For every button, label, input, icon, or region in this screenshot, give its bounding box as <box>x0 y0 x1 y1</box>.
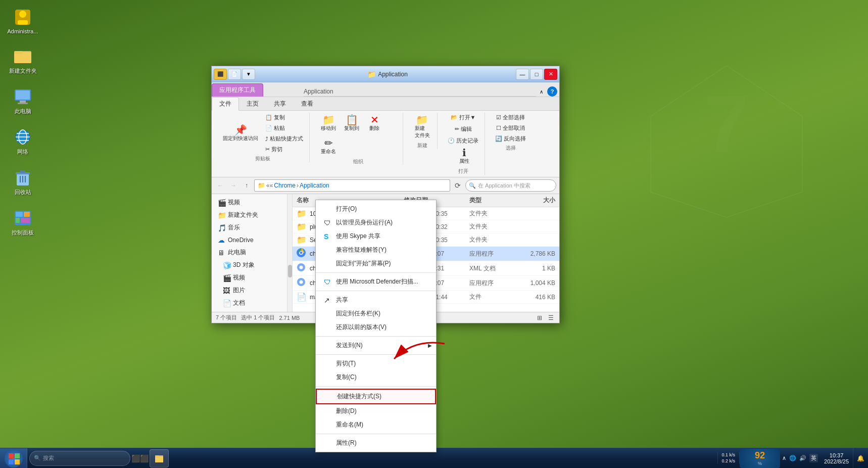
volume-tray-icon[interactable]: 🔊 <box>799 455 806 461</box>
this-pc-label: 此电脑 <box>15 108 31 115</box>
ctx-skype-icon: S <box>324 232 332 241</box>
taskbar-search[interactable]: 🔍 搜索 <box>29 451 130 466</box>
move-to-btn[interactable]: 📁 移动到 <box>318 113 339 134</box>
ctx-rename[interactable]: 重命名(M) <box>316 418 436 432</box>
header-size[interactable]: 大小 <box>520 196 555 205</box>
desktop-icon-network[interactable]: 网络 <box>5 125 40 158</box>
copy-btn[interactable]: 📋 复制 <box>263 113 305 122</box>
sidebar-item-videos1[interactable]: 🎬 视频 <box>212 196 292 209</box>
ctx-create-shortcut[interactable]: 创建快捷方式(S) <box>316 389 436 404</box>
sidebar-item-downloads[interactable]: ⬇ 下载 <box>212 309 292 312</box>
language-indicator[interactable]: 英 <box>809 454 818 462</box>
desktop-icon-new-folder[interactable]: 新建文件夹 <box>5 44 40 77</box>
sidebar-item-this-pc[interactable]: 🖥 此电脑 <box>212 246 292 259</box>
ctx-open[interactable]: 打开(O) <box>316 202 436 216</box>
organize-buttons: 📁 移动到 📋 复制到 ✕ 删除 ✏ 重命名 <box>318 113 399 157</box>
date-display: 2022/8/25 <box>824 458 849 464</box>
sidebar-item-documents[interactable]: 📄 文档 <box>212 297 292 309</box>
ctx-compat[interactable]: 兼容性疑难解答(Y) <box>316 243 436 257</box>
clock-area[interactable]: 10:37 2022/8/25 <box>820 452 853 464</box>
maximize-button[interactable]: □ <box>530 69 543 80</box>
ctx-delete[interactable]: 删除(D) <box>316 404 436 418</box>
sidebar-item-new-folder[interactable]: 📁 新建文件夹 <box>212 209 292 221</box>
paste-shortcut-icon: ⤴ <box>265 136 268 142</box>
svg-rect-18 <box>20 170 25 173</box>
new-folder-btn[interactable]: 📁 新建文件夹 <box>412 113 433 141</box>
ribbon-collapse-btn[interactable]: ∧ <box>536 86 546 97</box>
quick-access-btn-1[interactable]: ⬛ <box>214 69 227 80</box>
delete-btn[interactable]: ✕ 删除 <box>364 113 384 134</box>
task-view-button[interactable]: ⬛⬛ <box>132 451 148 466</box>
svg-rect-37 <box>9 459 14 464</box>
sidebar-item-onedrive[interactable]: ☁ OneDrive <box>212 234 292 246</box>
ctx-pin-taskbar[interactable]: 固定到任务栏(K) <box>316 307 436 320</box>
quick-access-btn-2[interactable]: 📄 <box>228 69 241 80</box>
view-toggle-buttons: ⊞ ☰ <box>535 313 555 322</box>
tab-share[interactable]: 共享 <box>266 97 294 110</box>
help-button[interactable]: ? <box>547 86 557 97</box>
path-chrome[interactable]: Chrome <box>274 182 296 189</box>
history-btn[interactable]: 🕐 历史记录 <box>446 136 480 146</box>
clipboard-group-label: 剪贴板 <box>255 155 270 162</box>
close-button[interactable]: ✕ <box>544 69 557 80</box>
up-button[interactable]: ↑ <box>241 180 252 191</box>
ctx-pin-start[interactable]: 固定到"开始"屏幕(P) <box>316 257 436 270</box>
pin-quick-access-btn[interactable]: 📌 固定到快速访问 <box>220 123 261 144</box>
sidebar-item-pictures[interactable]: 🖼 图片 <box>212 284 292 297</box>
properties-btn[interactable]: ℹ 属性 <box>454 146 474 167</box>
refresh-button[interactable]: ⟳ <box>452 180 463 191</box>
header-type[interactable]: 类型 <box>469 196 520 205</box>
select-all-btn[interactable]: ☑ 全部选择 <box>494 113 527 122</box>
svg-point-33 <box>300 280 303 284</box>
paste-btn[interactable]: 📄 粘贴 <box>263 123 305 133</box>
ctx-share[interactable]: ↗ 共享 <box>316 293 436 307</box>
copy-to-btn[interactable]: 📋 复制到 <box>341 113 362 134</box>
svg-point-31 <box>300 266 303 269</box>
desktop-icon-recycle-bin[interactable]: 回收站 <box>5 165 40 198</box>
ctx-defender[interactable]: 🛡 使用 Microsoft Defender扫描... <box>316 275 436 289</box>
quick-access-btn-3[interactable]: ▼ <box>242 69 255 80</box>
svg-rect-3 <box>18 20 28 25</box>
invert-select-btn[interactable]: 🔄 反向选择 <box>493 134 528 144</box>
tab-file[interactable]: 文件 <box>212 97 239 111</box>
desktop-icon-this-pc[interactable]: 此电脑 <box>5 84 40 117</box>
open-btn[interactable]: 📂 打开▼ <box>449 113 478 122</box>
ribbon-content: 📌 固定到快速访问 📋 复制 📄 粘贴 <box>212 111 559 177</box>
tab-manage[interactable]: 应用程序工具 <box>212 83 263 97</box>
start-button[interactable] <box>0 448 27 469</box>
hide-tray-btn[interactable]: ∧ <box>782 455 786 461</box>
ctx-properties[interactable]: 属性(R) <box>316 436 436 450</box>
ctx-skype[interactable]: S 使用 Skype 共享 <box>316 229 436 243</box>
paste-shortcut-btn[interactable]: ⤴ 粘贴快捷方式 <box>263 134 305 144</box>
tab-view[interactable]: 查看 <box>294 97 321 110</box>
back-button[interactable]: ← <box>215 180 226 191</box>
path-application[interactable]: Application <box>300 182 329 189</box>
sidebar-item-3d[interactable]: 🧊 3D 对象 <box>212 259 292 271</box>
desktop-icon-administrator[interactable]: Administra... <box>5 5 40 36</box>
taskbar-search-icon: 🔍 <box>34 455 41 461</box>
detail-view-btn[interactable]: ☰ <box>546 313 555 322</box>
search-box[interactable]: 🔍 在 Application 中搜索 <box>465 179 556 192</box>
selected-items: 选中 1 个项目 <box>241 314 275 321</box>
forward-button[interactable]: → <box>228 180 239 191</box>
list-view-btn[interactable]: ⊞ <box>535 313 544 322</box>
sidebar-item-videos2[interactable]: 🎬 视频 <box>212 271 292 284</box>
weather-widget[interactable]: 92 % <box>740 449 780 468</box>
edit-btn[interactable]: ✏ 编辑 <box>453 124 474 134</box>
desktop-icon-control-panel[interactable]: 控制面板 <box>5 206 40 239</box>
minimize-button[interactable]: — <box>516 69 529 80</box>
network-tray-icon: 🌐 <box>789 455 796 461</box>
address-path[interactable]: 📁 «« Chrome › Application <box>254 179 450 192</box>
sidebar-item-music1[interactable]: 🎵 音乐 <box>212 221 292 234</box>
sidebar-scrollbar[interactable] <box>287 194 292 312</box>
select-none-btn[interactable]: ☐ 全部取消 <box>494 123 527 133</box>
ctx-run-as-admin[interactable]: 🛡 以管理员身份运行(A) <box>316 216 436 229</box>
file-type-4: XML 文档 <box>469 264 520 273</box>
ctx-restore-prev[interactable]: 还原以前的版本(V) <box>316 320 436 334</box>
taskbar-app-explorer[interactable] <box>150 449 169 467</box>
cut-btn[interactable]: ✂ 剪切 <box>263 145 305 154</box>
tab-home[interactable]: 主页 <box>239 97 266 110</box>
notifications-button[interactable]: 🔔 <box>853 448 868 469</box>
clipboard-small-buttons: 📋 复制 📄 粘贴 ⤴ 粘贴快捷方式 <box>263 113 305 154</box>
rename-btn[interactable]: ✏ 重命名 <box>318 136 339 157</box>
